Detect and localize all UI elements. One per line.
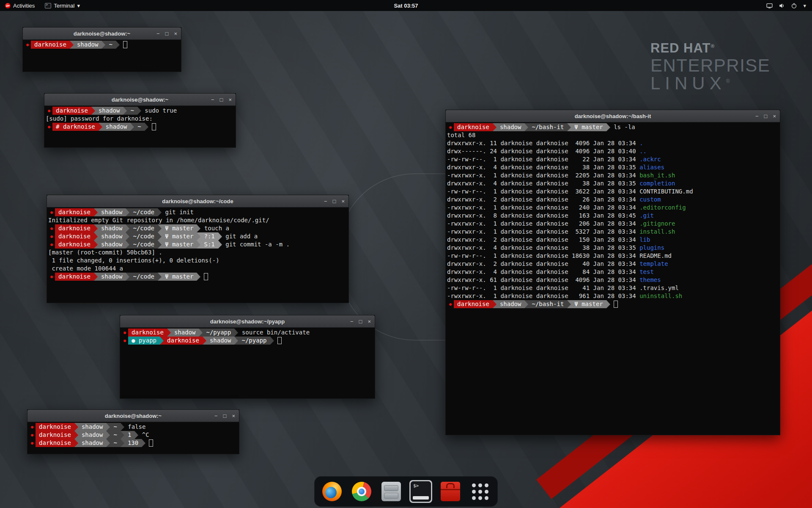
dock: $>: [314, 476, 498, 507]
user-segment: darknoise: [55, 240, 94, 248]
minimize-button[interactable]: −: [755, 113, 759, 119]
terminal-text: drwxrwxr-x. 4 darknoise darknoise 38 Jan…: [447, 244, 639, 252]
powerline-arrow: [158, 240, 162, 248]
dock-item-terminal[interactable]: $>: [409, 480, 432, 503]
terminal-text: aliases: [639, 163, 664, 171]
dock-item-chrome[interactable]: [350, 480, 373, 503]
redhat-icon: ●: [121, 337, 128, 345]
terminal-line: -rwxrwxr-x. 1 darknoise darknoise 5327 J…: [447, 228, 779, 236]
brand-text: LINUX: [650, 73, 726, 93]
titlebar[interactable]: darknoise@shadow:~/bash-it − □ ×: [446, 110, 780, 122]
user-segment: darknoise: [36, 431, 74, 439]
titlebar[interactable]: darknoise@shadow:~ − □ ×: [27, 410, 239, 422]
powerline-arrow: [606, 123, 610, 131]
system-status-area[interactable]: ▾: [766, 0, 812, 11]
minimize-button[interactable]: −: [211, 97, 214, 103]
terminal-text: template: [639, 260, 668, 268]
dock-item-firefox[interactable]: [321, 480, 343, 503]
dock-item-app-grid[interactable]: [469, 480, 491, 503]
powerline-arrow: [145, 123, 148, 131]
minimize-button[interactable]: −: [350, 318, 354, 325]
user-segment: # darknoise: [52, 123, 99, 131]
window-title: darknoise@shadow:~: [105, 413, 162, 419]
app-menu-terminal[interactable]: Terminal ▾: [40, 0, 85, 11]
terminal-text: ..: [639, 147, 647, 155]
close-button[interactable]: ×: [341, 198, 345, 204]
minimize-button[interactable]: −: [214, 413, 218, 419]
close-button[interactable]: ×: [228, 97, 232, 103]
terminal-glyph: $>: [413, 483, 419, 489]
terminal-line: ●darknoiseshadow~/codeΨ master: [48, 273, 347, 281]
terminal-content[interactable]: ●darknoiseshadow~ sudo true[sudo] passwo…: [44, 106, 236, 132]
titlebar[interactable]: darknoise@shadow:~/code − □ ×: [47, 195, 348, 207]
minimize-button[interactable]: −: [156, 30, 160, 37]
dock-item-files[interactable]: [380, 480, 403, 503]
dock-item-toolbox[interactable]: [439, 480, 462, 503]
path-segment: ~/code: [129, 232, 158, 240]
path-segment: ~/code: [129, 273, 158, 281]
terminal-text: CONTRIBUTING.md: [639, 188, 693, 196]
titlebar[interactable]: darknoise@shadow:~/pyapp − □ ×: [120, 315, 375, 328]
path-segment: ~/code: [129, 208, 158, 216]
terminal-text: -rwxrwxr-x. 1 darknoise darknoise 2205 J…: [447, 171, 639, 179]
minimize-button[interactable]: −: [324, 198, 327, 204]
terminal-line: [sudo] password for darknoise:: [46, 115, 234, 123]
terminal-icon: [45, 3, 51, 8]
powerline-arrow: [493, 123, 497, 131]
maximize-button[interactable]: □: [220, 97, 223, 103]
close-button[interactable]: ×: [773, 113, 776, 119]
maximize-button[interactable]: □: [764, 113, 768, 119]
brand-line-redhat: RED HAT®: [650, 41, 770, 55]
powerline-arrow: [126, 208, 129, 216]
terminal-line: drwxrwxr-x. 8 darknoise darknoise 163 Ja…: [447, 212, 779, 220]
terminal-text: drwxrwxr-x. 4 darknoise darknoise 84 Jan…: [447, 268, 639, 276]
powerline-arrow: [270, 337, 274, 345]
maximize-button[interactable]: □: [333, 198, 336, 204]
terminal-cursor: [152, 123, 156, 130]
path-segment: ~: [110, 423, 120, 431]
firefox-icon: [322, 482, 342, 501]
user-segment: darknoise: [52, 107, 91, 115]
terminal-content[interactable]: ●darknoiseshadow~/pyapp source bin/activ…: [120, 328, 375, 345]
activities-button[interactable]: Activities: [0, 0, 40, 11]
powerline-arrow: [94, 232, 98, 240]
maximize-button[interactable]: □: [359, 318, 362, 325]
terminal-line: [master (root-commit) 50bcb63] .: [48, 248, 347, 257]
powerline-arrow: [94, 240, 98, 248]
maximize-button[interactable]: □: [223, 413, 227, 419]
terminal-content[interactable]: ●darknoiseshadow~/bash-itΨ master ls -la…: [446, 122, 780, 309]
user-segment: darknoise: [55, 232, 94, 240]
host-segment: shadow: [78, 423, 107, 431]
terminal-text: drwx------. 24 darknoise darknoise 4096 …: [447, 147, 639, 155]
terminal-text: drwxrwxr-x. 2 darknoise darknoise 40 Jan…: [447, 260, 639, 268]
terminal-content[interactable]: ●darknoiseshadow~: [23, 40, 181, 50]
redhat-icon: ●: [29, 423, 36, 431]
powerline-arrow: [126, 240, 129, 248]
brand-line-linux: LINUX®: [650, 75, 770, 93]
terminal-text: ls -la: [610, 123, 635, 131]
close-button[interactable]: ×: [232, 413, 235, 419]
clock[interactable]: Sat 03:57: [394, 3, 418, 9]
terminal-line: ●● pyappdarknoiseshadow~/pyapp: [121, 337, 373, 345]
venv-segment: ● pyapp: [128, 337, 160, 345]
close-button[interactable]: ×: [368, 318, 371, 325]
user-segment: darknoise: [36, 439, 74, 447]
host-segment: shadow: [95, 107, 123, 115]
terminal-line: -rwxrwxr-x. 1 darknoise darknoise 961 Ja…: [447, 292, 779, 300]
terminal-content[interactable]: ●darknoiseshadow~ false●darknoiseshadow~…: [27, 422, 239, 448]
git-branch-segment: Ψ master: [162, 224, 197, 232]
terminal-content[interactable]: ●darknoiseshadow~/code git initInitializ…: [47, 207, 348, 282]
titlebar[interactable]: darknoise@shadow:~ − □ ×: [23, 28, 181, 40]
titlebar[interactable]: darknoise@shadow:~ − □ ×: [44, 94, 236, 106]
redhat-icon: ●: [121, 329, 128, 337]
powerline-arrow: [197, 273, 200, 281]
terminal-window-6: darknoise@shadow:~/bash-it − □ × ●darkno…: [445, 110, 780, 435]
powerline-arrow: [234, 329, 238, 337]
terminal-line: drwxrwxr-x. 2 darknoise darknoise 40 Jan…: [447, 260, 779, 268]
terminal-text: custom: [639, 196, 661, 204]
close-button[interactable]: ×: [174, 30, 177, 37]
powerline-arrow: [524, 300, 528, 308]
terminal-cursor: [614, 301, 618, 308]
maximize-button[interactable]: □: [165, 30, 169, 37]
host-segment: shadow: [206, 337, 235, 345]
